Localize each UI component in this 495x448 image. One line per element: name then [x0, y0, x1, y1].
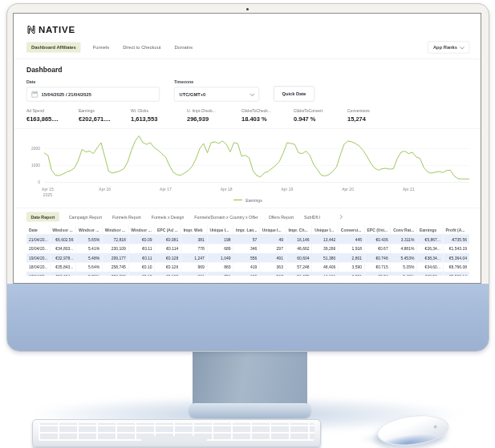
table-cell: 1,247 [181, 253, 207, 263]
filters-row: Date 15/04/2025 / 21/04/2025 Timezone UT… [14, 79, 481, 102]
nav-tab-funnels[interactable]: Funnels [91, 42, 111, 53]
logo: NATIVE [14, 14, 481, 38]
column-header-unique-i: Unique I... [260, 225, 286, 235]
quick-date-button[interactable]: Quick Date [274, 87, 314, 102]
table-cell: €26,34... [417, 244, 444, 254]
y-axis-tick: 1000 [31, 163, 40, 167]
stat-label: Earnings [79, 109, 131, 114]
app-ranks-button[interactable]: App Ranks [428, 42, 469, 54]
nav-tab-domains[interactable]: Domains [172, 42, 194, 53]
table-cell: €0.126 [155, 263, 181, 272]
stat-u-impr-check: U. Impr.Check...296,939 [187, 109, 241, 123]
column-header-windsor: Windsor ... [76, 225, 103, 235]
table-cell: €35,843... [50, 263, 76, 272]
table-cell: 17/04/20... [26, 272, 50, 276]
table-cell: 556 [233, 253, 260, 263]
report-tab-date-report[interactable]: Date Report [26, 212, 59, 222]
table-cell: 44,661 [312, 272, 339, 276]
table-cell: €6,602.56 [50, 235, 76, 244]
table-cell: 445 [339, 235, 365, 244]
table-cell: 3,521 [339, 272, 365, 276]
report-tab-funnels-report[interactable]: Funnels Report [112, 212, 142, 222]
y-axis-tick: 0 [38, 180, 40, 185]
brand-name: NATIVE [39, 24, 75, 35]
timezone-label: Timezone [174, 79, 259, 84]
table-cell: 5.48% [76, 253, 103, 263]
table-cell: 19/04/20... [26, 253, 50, 263]
table-cell: 258,745 [102, 263, 128, 272]
column-header-date: Date [26, 225, 50, 235]
table-cell: 689 [207, 244, 233, 254]
table-cell: 419 [233, 263, 260, 272]
column-header-windsor: Windsor ... [102, 225, 128, 235]
date-range-input[interactable]: 15/04/2025 / 21/04/2025 [26, 87, 160, 102]
report-tab-funnels-domain-x-country-x-offer[interactable]: Funnels/Domain x Country x Offer [193, 212, 258, 222]
timezone-select[interactable]: UTC/GMT+0 [174, 87, 259, 102]
apple-logo-icon [433, 425, 436, 428]
table-cell: 567 [260, 272, 286, 276]
table-cell: €38,34... [417, 253, 444, 263]
table-cell: €0.109 [155, 272, 181, 276]
table-cell: 51,380 [312, 253, 339, 263]
table-cell: 60,604 [286, 253, 312, 263]
table-cell: 297 [260, 244, 286, 254]
table-cell: €0.081 [155, 235, 181, 244]
table-cell: 230,109 [102, 244, 128, 254]
stat-earnings: Earnings€202,671.... [79, 109, 131, 123]
table-cell: 1,049 [207, 253, 233, 263]
page-title: Dashboard [14, 59, 481, 79]
table-cell: 46,662 [286, 244, 312, 254]
y-axis-tick: 2000 [31, 146, 40, 151]
timezone-filter: Timezone UTC/GMT+0 [174, 79, 259, 102]
report-tab-funnels-x-design[interactable]: Funnels x Design [151, 212, 185, 222]
chart-y-axis: 200010000 [26, 133, 42, 186]
table-cell: €0.09 [128, 235, 155, 244]
report-tab-campaign-report[interactable]: Campaign Report [68, 212, 103, 222]
table-cell: €34,60... [417, 263, 444, 272]
table-cell: €0.128 [155, 253, 181, 263]
legend-label: Earnings [245, 198, 262, 203]
table-cell: -€735.56 [443, 235, 469, 244]
table-cell: €9,530.14 [443, 272, 469, 276]
report-tab-offers-report[interactable]: Offers Report [268, 212, 294, 222]
table-cell: €0.715 [364, 263, 391, 272]
chart-legend: Earnings [26, 198, 469, 203]
table-cell: 5.42% [391, 272, 417, 276]
tabs-overflow-chevron-icon[interactable] [339, 215, 343, 219]
native-logo-icon [26, 25, 36, 34]
stat-value: 15,274 [347, 115, 469, 123]
table-cell: 20/04/20... [26, 244, 50, 254]
stat-label: Ad Spend [26, 109, 79, 114]
table-cell: 18/04/20... [26, 263, 50, 272]
stat-label: Wi. Clicks [131, 109, 187, 114]
table-cell: €0.74 [364, 272, 391, 276]
table-cell: 861 [181, 272, 207, 276]
table-cell: 346 [233, 244, 260, 254]
camera-icon [246, 8, 249, 10]
table-cell: 16,146 [286, 235, 312, 244]
stat-value: €202,671.... [79, 115, 131, 123]
table-cell: €0.746 [364, 253, 391, 263]
nav-tab-dashboard-affiliates[interactable]: Dashboard Affiliates [26, 42, 81, 53]
report-tab-subid6-i[interactable]: SubID6 I [303, 212, 321, 222]
keyboard [32, 419, 321, 447]
table-cell: 1,918 [339, 244, 365, 254]
stat-label: ClicksToCheck... [241, 109, 294, 114]
column-header-epc-ad: EPC (Ad ... [155, 225, 181, 235]
date-report-table: DateWindsor ...Windsor ...Windsor ...Win… [26, 225, 469, 276]
table-header-row: DateWindsor ...Windsor ...Windsor ...Win… [26, 225, 469, 235]
spacebar-key [141, 436, 207, 441]
x-axis-tick: Apr 19 [281, 188, 293, 192]
stat-value: 296,939 [187, 115, 241, 123]
stat-label: U. Impr.Check... [187, 109, 241, 114]
table-cell: €5,867... [417, 235, 444, 244]
nav-tab-direct-to-checkout[interactable]: Direct to Checkout [121, 42, 162, 53]
x-axis-tick: Apr 152025 [42, 188, 54, 198]
column-header-conv-rat: Conv Rat... [391, 225, 417, 235]
date-filter: Date 15/04/2025 / 21/04/2025 [26, 79, 160, 102]
table-row: 19/04/20...€32,978...5.48%299,177€0.11€0… [26, 253, 469, 263]
table-cell: 778 [181, 244, 207, 254]
stats-row: Ad Spend€163,865....Earnings€202,671....… [14, 102, 481, 129]
table-cell: 5.65% [76, 235, 103, 244]
dashboard-app: NATIVE Dashboard AffiliatesFunnelsDirect… [14, 14, 481, 283]
